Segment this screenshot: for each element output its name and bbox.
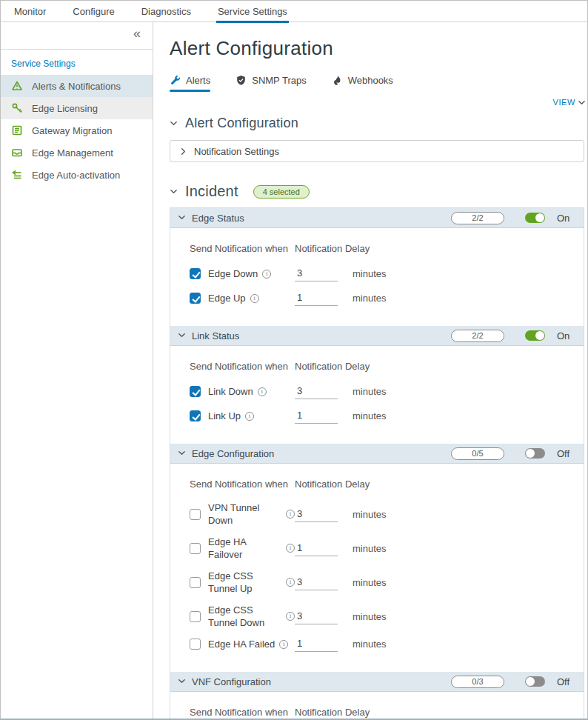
notification-label: Edge HA Failover: [208, 536, 281, 561]
checkbox[interactable]: [190, 639, 201, 650]
sidebar-item-edge-management[interactable]: Edge Management: [1, 141, 153, 164]
group-body: Send Notification when Notification Dela…: [170, 692, 584, 719]
checkbox[interactable]: [190, 268, 201, 279]
delay-input[interactable]: [295, 542, 338, 556]
tab-webhooks[interactable]: Webhooks: [332, 75, 393, 92]
tab-label: SNMP Traps: [252, 75, 306, 86]
info-icon[interactable]: i: [245, 412, 254, 421]
checkbox[interactable]: [190, 509, 201, 520]
nav-diagnostics[interactable]: Diagnostics: [141, 1, 191, 22]
sidebar-item-label: Edge Management: [32, 147, 113, 159]
column-header-send-notification: Send Notification when: [190, 361, 295, 372]
tab-alerts[interactable]: Alerts: [170, 75, 210, 92]
chevron-down-icon[interactable]: [178, 447, 186, 460]
delay-input[interactable]: [295, 508, 338, 522]
column-header-notification-delay: Notification Delay: [295, 243, 370, 254]
toggle-switch[interactable]: [525, 676, 545, 687]
sidebar: « Service Settings Alerts & Notification…: [1, 22, 153, 719]
chevron-down-icon: [578, 99, 586, 107]
delay-input[interactable]: [295, 610, 338, 624]
info-icon[interactable]: i: [286, 612, 295, 621]
checkbox[interactable]: [190, 577, 201, 588]
chevron-double-left-icon[interactable]: «: [133, 26, 141, 41]
info-icon[interactable]: i: [262, 270, 271, 279]
checkbox[interactable]: [190, 543, 201, 554]
minutes-label: minutes: [353, 293, 387, 304]
notification-label: Edge Up: [208, 292, 246, 304]
view-link[interactable]: VIEW: [552, 98, 586, 107]
toggle-switch[interactable]: [525, 448, 545, 459]
delay-input[interactable]: [295, 638, 338, 652]
delay-input[interactable]: [295, 385, 338, 399]
checkbox[interactable]: [190, 410, 201, 421]
minutes-label: minutes: [353, 410, 387, 421]
group-header[interactable]: Link Status 2/2 On: [170, 326, 584, 346]
notification-label: Link Up: [208, 410, 241, 422]
notification-label: Edge CSS Tunnel Down: [208, 604, 281, 629]
warning-triangle-icon: [11, 80, 23, 92]
minutes-label: minutes: [353, 639, 387, 650]
incident-group: Edge Configuration 0/5 Off Send Notifica…: [170, 444, 584, 672]
group-header[interactable]: VNF Configuration 0/3 Off: [170, 672, 584, 692]
chevron-down-icon[interactable]: [178, 675, 186, 688]
notification-row: Edge CSS Tunnel Up i minutes: [190, 570, 584, 595]
group-title: VNF Configuration: [192, 676, 271, 687]
page-title: Alert Configuration: [170, 37, 584, 60]
incident-groups: Edge Status 2/2 On Send Notification whe…: [170, 207, 584, 719]
info-icon[interactable]: i: [258, 387, 267, 396]
checkbox[interactable]: [190, 611, 201, 622]
group-header[interactable]: Edge Configuration 0/5 Off: [170, 444, 584, 464]
tab-snmp-traps[interactable]: SNMP Traps: [235, 75, 306, 92]
info-icon[interactable]: i: [250, 294, 259, 303]
sidebar-item-label: Gateway Migration: [32, 125, 112, 136]
notification-row: Link Down i minutes: [190, 384, 584, 399]
toggle-knob: [526, 449, 535, 458]
toggle-knob: [535, 331, 544, 340]
tab-label: Webhooks: [348, 75, 393, 86]
group-body: Send Notification when Notification Dela…: [170, 464, 584, 672]
incident-section-header[interactable]: Incident 4 selected: [170, 183, 584, 200]
info-icon[interactable]: i: [286, 510, 295, 519]
chevron-down-icon[interactable]: [178, 211, 186, 224]
column-header-send-notification: Send Notification when: [190, 479, 295, 490]
chevron-down-icon[interactable]: [170, 187, 178, 196]
nav-monitor[interactable]: Monitor: [14, 1, 46, 22]
delay-input[interactable]: [295, 576, 338, 590]
group-body: Send Notification when Notification Dela…: [170, 228, 584, 326]
toggle-switch[interactable]: [525, 213, 545, 223]
nav-service-settings[interactable]: Service Settings: [218, 1, 287, 22]
group-header[interactable]: Edge Status 2/2 On: [170, 208, 584, 228]
main-content: Alert Configuration Alerts SNMP Traps: [153, 22, 587, 719]
group-title: Edge Status: [192, 213, 244, 224]
section-title: Alert Configuration: [185, 116, 298, 131]
drawer-icon: [11, 147, 23, 159]
notification-label: Edge CSS Tunnel Up: [208, 570, 281, 595]
alert-configuration-section-header[interactable]: Alert Configuration: [170, 116, 584, 131]
sidebar-item-edge-licensing[interactable]: Edge Licensing: [1, 97, 153, 119]
checkbox[interactable]: [190, 293, 201, 304]
notification-settings-row[interactable]: Notification Settings: [170, 140, 584, 162]
delay-input[interactable]: [295, 410, 338, 424]
column-header-send-notification: Send Notification when: [190, 243, 295, 254]
info-icon[interactable]: i: [279, 640, 288, 649]
toggle-switch[interactable]: [525, 330, 545, 341]
minutes-label: minutes: [353, 577, 387, 588]
chevron-down-icon[interactable]: [178, 329, 186, 342]
nav-configure[interactable]: Configure: [73, 1, 114, 22]
checkbox[interactable]: [190, 386, 201, 397]
selected-count-pill: 0/5: [451, 447, 504, 460]
sidebar-item-gateway-migration[interactable]: Gateway Migration: [1, 119, 153, 141]
sidebar-item-edge-auto-activation[interactable]: Edge Auto-activation: [1, 164, 153, 186]
delay-input[interactable]: [295, 267, 338, 281]
chevron-down-icon[interactable]: [170, 119, 178, 127]
toggle-state-label: On: [557, 213, 575, 224]
group-title: Link Status: [192, 330, 239, 341]
info-icon[interactable]: i: [286, 544, 295, 553]
selected-count-pill: 2/2: [451, 212, 504, 224]
info-icon[interactable]: i: [286, 578, 295, 587]
toggle-state-label: Off: [557, 448, 575, 459]
sidebar-item-alerts-notifications[interactable]: Alerts & Notifications: [1, 75, 153, 97]
tab-bar: Alerts SNMP Traps Webhooks: [170, 75, 584, 92]
toggle-state-label: On: [557, 330, 575, 341]
delay-input[interactable]: [295, 292, 338, 306]
